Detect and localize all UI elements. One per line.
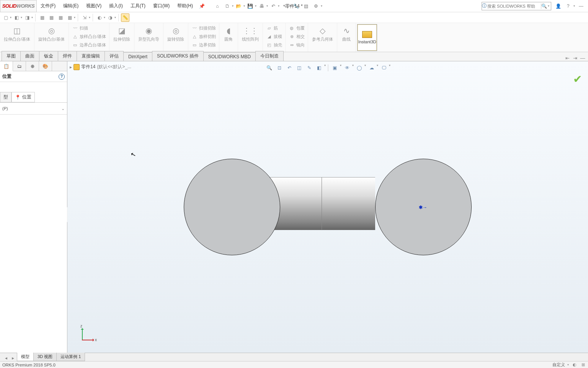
- cmd-revolved-cut[interactable]: ◎旋转切除: [165, 24, 186, 43]
- tab-today[interactable]: 今日制造: [255, 51, 284, 61]
- undo-icon[interactable]: ↶: [269, 2, 278, 11]
- status-custom[interactable]: 自定义: [552, 362, 565, 368]
- model-disc-left[interactable]: [184, 159, 280, 255]
- apply-scene-icon[interactable]: ☁: [368, 64, 376, 72]
- panel-tab-feature-tree-icon[interactable]: 📋: [0, 61, 13, 71]
- cmd-linear-pattern[interactable]: ⋮⋮线性阵列: [240, 24, 261, 43]
- cmd-reference-geometry[interactable]: ◇参考几何体: [310, 24, 335, 43]
- btab-next-icon[interactable]: ▸: [10, 355, 16, 361]
- tab-evaluate[interactable]: 评估: [105, 51, 124, 61]
- chevron-down-icon[interactable]: ⌄: [61, 106, 65, 111]
- btab-prev-icon[interactable]: ◂: [3, 355, 9, 361]
- cmd-wrap[interactable]: ◍包覆: [287, 24, 306, 32]
- cmd-fillet[interactable]: ◖圆角: [221, 24, 236, 43]
- tab-direct-edit[interactable]: 直接编辑: [77, 51, 105, 61]
- cmd-sweep-cut[interactable]: 〰扫描切除: [190, 24, 217, 32]
- breadcrumb-part-name[interactable]: 零件14: [81, 64, 95, 70]
- qt-measure-icon[interactable]: 📏: [121, 13, 129, 22]
- menu-help[interactable]: 帮助(H): [173, 0, 197, 12]
- qt-misc2-icon[interactable]: ◑: [106, 13, 114, 22]
- qt-assy1-icon[interactable]: ▦: [38, 13, 46, 22]
- btab-model[interactable]: 模型: [17, 352, 34, 361]
- tab-weldment[interactable]: 焊件: [58, 51, 77, 61]
- cmd-extruded-cut[interactable]: ◪拉伸切除: [111, 24, 132, 43]
- zoom-area-icon[interactable]: ⊡: [275, 64, 284, 72]
- cmd-intersect[interactable]: ⊗相交: [287, 32, 306, 41]
- help-icon[interactable]: ?: [564, 2, 572, 10]
- menu-file[interactable]: 文件(F): [37, 0, 59, 12]
- file-props-icon[interactable]: ▤: [302, 2, 311, 11]
- menu-tools[interactable]: 工具(T): [127, 0, 149, 12]
- panel-help-icon[interactable]: ?: [59, 74, 65, 80]
- status-icon-2[interactable]: ⊞: [580, 362, 586, 368]
- btab-motion[interactable]: 运动算例 1: [56, 352, 85, 361]
- cmd-curves[interactable]: ∿曲线: [339, 24, 354, 43]
- display-style-icon[interactable]: ▣: [331, 64, 339, 72]
- cmd-draft[interactable]: ◢拔模: [265, 32, 284, 41]
- qt-assy2-icon[interactable]: ▦: [47, 13, 56, 22]
- open-icon[interactable]: 📂: [234, 2, 243, 11]
- tab-sheetmetal[interactable]: 钣金: [39, 51, 58, 61]
- qt-assy4-icon[interactable]: ▦: [65, 13, 74, 22]
- print-icon[interactable]: 🖶: [257, 2, 266, 11]
- btab-3dview[interactable]: 3D 视图: [33, 352, 57, 361]
- prev-view-icon[interactable]: ↶: [285, 64, 294, 72]
- confirm-ok-icon[interactable]: ✔: [573, 73, 582, 85]
- menu-view[interactable]: 视图(V): [82, 0, 105, 12]
- cmd-boundary-boss[interactable]: ▭边界凸台/基体: [70, 41, 108, 49]
- panel-minimize-icon[interactable]: —: [580, 55, 586, 61]
- menu-edit[interactable]: 编辑(E): [59, 0, 82, 12]
- qt-sketch-icon[interactable]: ▢: [2, 13, 10, 22]
- qt-cube-icon[interactable]: ◧: [12, 13, 21, 22]
- view-orientation-icon[interactable]: ◧: [315, 64, 323, 72]
- qt-cube2-icon[interactable]: ◨: [23, 13, 31, 22]
- panel-collapse-right-icon[interactable]: ⇥: [572, 55, 578, 61]
- save-icon[interactable]: 💾: [246, 2, 255, 11]
- cmd-rib[interactable]: ▱筋: [265, 24, 279, 32]
- cmd-mirror[interactable]: ⇔镜向: [287, 41, 306, 49]
- zoom-fit-icon[interactable]: 🔍: [265, 64, 274, 72]
- edit-appearance-icon[interactable]: ◯: [355, 64, 364, 72]
- menu-insert[interactable]: 插入(I): [105, 0, 126, 12]
- section-view-icon[interactable]: ◫: [295, 64, 304, 72]
- qt-misc1-icon[interactable]: ◐: [95, 13, 104, 22]
- panel-tab-property-icon[interactable]: 🗂: [13, 61, 26, 71]
- cmd-revolved-boss[interactable]: ◎旋转凸台/基体: [36, 24, 67, 43]
- search-input[interactable]: [487, 4, 541, 8]
- cmd-hole-wizard[interactable]: ◉异型孔向导: [136, 24, 162, 43]
- cmd-sweep[interactable]: 〰扫描: [70, 24, 90, 32]
- minimize-icon[interactable]: ―: [577, 2, 585, 10]
- hide-show-icon[interactable]: 👁: [343, 64, 351, 72]
- cmd-boundary-cut[interactable]: ▭边界切除: [190, 41, 217, 49]
- qt-dim-icon[interactable]: ⇲: [80, 13, 89, 22]
- cmd-extruded-boss[interactable]: ◫拉伸凸台/基体: [2, 24, 33, 43]
- subtab-type[interactable]: 型: [0, 92, 11, 102]
- options-icon[interactable]: ⚙: [312, 2, 321, 11]
- tab-surface[interactable]: 曲面: [20, 51, 39, 61]
- tab-sketch[interactable]: 草图: [2, 51, 21, 61]
- cmd-shell[interactable]: ◰抽壳: [265, 41, 284, 49]
- cmd-instant3d[interactable]: Instant3D: [357, 24, 377, 51]
- dynamic-annotation-icon[interactable]: ✎: [305, 64, 314, 72]
- search-box[interactable]: ⓘ 🔍 ▾: [482, 2, 551, 10]
- panel-tab-appearance-icon[interactable]: 🎨: [39, 61, 52, 71]
- model-shaft[interactable]: [268, 177, 375, 230]
- cmd-loft-boss[interactable]: △放样凸台/基体: [70, 32, 108, 41]
- pin-icon[interactable]: 📌: [199, 3, 205, 9]
- panel-collapse-left-icon[interactable]: ⇤: [564, 55, 570, 61]
- home-icon[interactable]: ⌂: [213, 2, 222, 11]
- view-settings-icon[interactable]: 🖵: [380, 64, 388, 72]
- origin-marker-icon[interactable]: ✱→: [419, 205, 427, 210]
- tab-addins[interactable]: SOLIDWORKS 插件: [152, 51, 204, 61]
- qt-assy3-icon[interactable]: ▦: [56, 13, 65, 22]
- panel-section-header[interactable]: (P) ⌄: [2, 104, 65, 113]
- tab-mbd[interactable]: SOLIDWORKS MBD: [203, 52, 256, 61]
- user-icon[interactable]: 👤: [554, 2, 562, 10]
- breadcrumb-expand-icon[interactable]: ▸: [70, 64, 72, 70]
- cmd-loft-cut[interactable]: △放样切割: [190, 32, 217, 41]
- menu-window[interactable]: 窗口(W): [149, 0, 173, 12]
- panel-tab-config-icon[interactable]: ⊕: [26, 61, 39, 71]
- tab-dimxpert[interactable]: DimXpert: [123, 52, 152, 61]
- graphics-viewport[interactable]: ▸ 零件14 (默认<<默认>_... 🔍 ⊡ ↶ ◫ ✎ ◧▾ ▣▾ 👁▾ ◯…: [67, 61, 588, 353]
- subtab-position[interactable]: 📍位置: [11, 92, 35, 102]
